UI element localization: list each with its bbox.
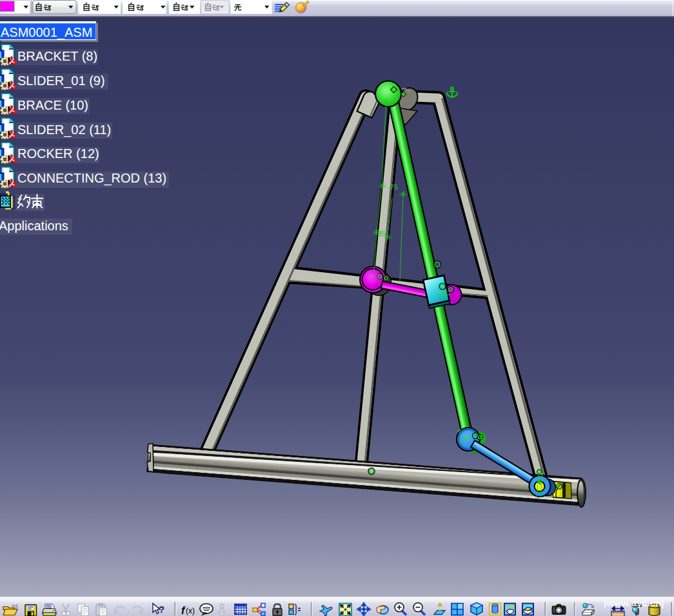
svg-text:?: ? <box>159 604 164 615</box>
svg-text:BRACE (10): BRACE (10) <box>17 98 88 112</box>
svg-text:ASM0001_ASM: ASM0001_ASM <box>1 25 92 40</box>
svg-text:-75: -75 <box>388 183 398 191</box>
svg-text:-85: -85 <box>375 230 386 237</box>
svg-text:SLIDER_02 (11): SLIDER_02 (11) <box>17 123 111 137</box>
svg-text:Applications: Applications <box>0 219 68 233</box>
svg-text:BRACKET (8): BRACKET (8) <box>17 49 97 63</box>
svg-text:|www.ayc.cn|: |www.ayc.cn| <box>604 597 664 608</box>
svg-text:CONNECTING_ROD (13): CONNECTING_ROD (13) <box>17 171 166 186</box>
svg-text:SLIDER_01 (9): SLIDER_01 (9) <box>17 74 105 88</box>
svg-text:ROCKER (12): ROCKER (12) <box>17 146 99 161</box>
svg-text:(x): (x) <box>186 606 195 615</box>
